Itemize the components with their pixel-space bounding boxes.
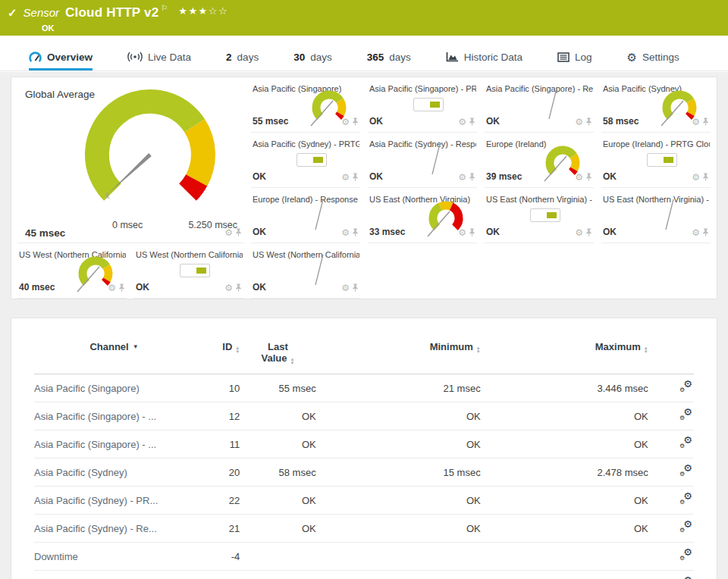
global-average-gauge: [71, 86, 230, 222]
table-row: Europe (Ireland)3039 msec16 msec1.009 ms…: [34, 571, 694, 579]
tab-365-days[interactable]: 365days: [367, 45, 411, 70]
gear-icon[interactable]: ⚙: [458, 117, 466, 127]
channel-tile: Europe (Ireland) - PRTG Cloud... OK ⚙: [601, 133, 711, 188]
edit-channel-gears-icon[interactable]: ⚙⚙: [679, 521, 692, 533]
live-data-icon: [127, 52, 143, 62]
gear-icon[interactable]: ⚙: [224, 283, 233, 293]
channel-tile: Asia Pacific (Sydney) - PRTG ... OK ⚙: [251, 133, 360, 188]
pin-icon[interactable]: [469, 115, 475, 129]
log-icon: [557, 52, 570, 62]
pin-icon[interactable]: [352, 171, 359, 184]
pin-icon[interactable]: [352, 226, 359, 239]
pin-icon[interactable]: [702, 115, 709, 129]
channel-tile: Asia Pacific (Singapore) - PR... OK ⚙: [368, 77, 477, 133]
channel-tile: US West (Northern California) 40 msec ⚙: [17, 243, 127, 299]
needle-indicator: [312, 253, 327, 290]
tab-label: days: [310, 52, 332, 63]
column-header-maximum[interactable]: Maximum▲▼: [481, 341, 648, 374]
tab-label: Live Data: [148, 52, 191, 63]
pin-icon[interactable]: [585, 171, 592, 184]
channel-tile-title: Europe (Ireland) - Response C...: [253, 195, 359, 204]
pin-icon[interactable]: [702, 171, 709, 184]
minimum-value: 21 msec: [316, 374, 481, 402]
edit-channel-gears-icon[interactable]: ⚙⚙: [679, 437, 692, 449]
minimum-value: OK: [316, 487, 481, 515]
tab-30-days[interactable]: 30days: [293, 45, 332, 70]
gear-icon[interactable]: ⚙: [575, 117, 583, 127]
table-row: Asia Pacific (Singapore)1055 msec21 msec…: [34, 374, 694, 402]
gear-icon[interactable]: ⚙: [692, 173, 700, 182]
column-header-last-value[interactable]: LastValue▲▼: [240, 341, 315, 374]
column-header-minimum[interactable]: Minimum▲▼: [316, 341, 481, 374]
edit-channel-cell: ⚙⚙: [648, 430, 694, 459]
maximum-value: [481, 543, 648, 571]
pin-icon[interactable]: [118, 281, 125, 295]
edit-channel-gears-icon[interactable]: ⚙⚙: [679, 549, 692, 561]
column-header-id[interactable]: ID▲▼: [194, 341, 240, 374]
channel-tile-value: OK: [253, 282, 266, 293]
channel-tile: US East (Northern Virginia) - ... OK ⚙: [601, 188, 711, 243]
column-header-edit: [648, 341, 694, 374]
gear-icon[interactable]: ⚙: [575, 173, 583, 182]
gear-icon[interactable]: ⚙: [341, 283, 350, 293]
pin-icon[interactable]: [585, 226, 592, 239]
edit-channel-gears-icon[interactable]: ⚙⚙: [679, 493, 692, 505]
tab-2-days[interactable]: 2days: [226, 45, 259, 70]
table-row: Asia Pacific (Sydney) - Re...21OKOKOK⚙⚙: [34, 515, 694, 543]
maximum-value: OK: [481, 487, 648, 515]
main-content: Global Average x̄ 0 msec 5.250 msec 45 m…: [0, 72, 728, 579]
maximum-value: 1.009 msec: [481, 571, 648, 579]
tab-live-data[interactable]: Live Data: [127, 45, 191, 70]
tab-log[interactable]: Log: [557, 45, 592, 70]
tab-historic-data[interactable]: Historic Data: [446, 45, 522, 70]
gear-icon[interactable]: ⚙: [341, 117, 350, 127]
minimum-value: OK: [316, 402, 481, 430]
minimum-value: [316, 543, 481, 571]
gear-icon[interactable]: ⚙: [458, 173, 466, 182]
channel-id: 22: [194, 487, 240, 515]
channel-name: Asia Pacific (Singapore) - ...: [34, 402, 194, 430]
edit-channel-gears-icon[interactable]: ⚙⚙: [679, 409, 692, 421]
channel-tile-value: OK: [369, 116, 383, 127]
pin-icon[interactable]: [352, 115, 359, 129]
priority-stars[interactable]: ★★★☆☆: [178, 5, 228, 17]
channel-tile-value: 58 msec: [603, 116, 639, 127]
channel-name: Asia Pacific (Sydney) - Re...: [34, 515, 194, 543]
toggle-indicator: [297, 153, 327, 167]
pin-icon[interactable]: [469, 171, 475, 184]
last-value: 55 msec: [240, 374, 315, 402]
tab-overview[interactable]: Overview: [29, 45, 93, 70]
column-header-channel[interactable]: Channel▼: [34, 341, 194, 374]
gear-icon[interactable]: ⚙: [108, 283, 116, 293]
needle-indicator: [545, 87, 560, 124]
minimum-value: 16 msec: [316, 571, 481, 579]
pin-icon[interactable]: [235, 281, 242, 295]
gauge-needle: [108, 153, 151, 194]
sensor-header: ✓ Sensor Cloud HTTP v2 ⚐ ★★★☆☆ OK: [0, 0, 728, 36]
pin-icon[interactable]: [702, 226, 709, 239]
pin-icon[interactable]: [235, 226, 242, 239]
gear-icon[interactable]: ⚙: [224, 228, 233, 237]
pin-icon[interactable]: [585, 115, 592, 129]
table-row: Asia Pacific (Singapore) - ...12OKOKOK⚙⚙: [34, 402, 694, 430]
channel-tile-title: US East (Northern Virginia) - ...: [486, 195, 593, 204]
average-marker: x̄: [105, 191, 110, 200]
channel-tile: US East (Northern Virginia) 33 msec ⚙: [368, 188, 477, 243]
channel-id: 30: [194, 571, 240, 579]
gear-icon[interactable]: ⚙: [341, 228, 350, 237]
gear-icon[interactable]: ⚙: [458, 228, 466, 237]
edit-channel-gears-icon[interactable]: ⚙⚙: [679, 465, 692, 477]
minimum-value: OK: [316, 515, 481, 543]
edit-channel-cell: ⚙⚙: [648, 402, 694, 430]
gear-icon[interactable]: ⚙: [692, 228, 700, 237]
gear-icon[interactable]: ⚙: [575, 228, 583, 237]
pin-icon[interactable]: [469, 226, 475, 239]
edit-channel-gears-icon[interactable]: ⚙⚙: [679, 381, 692, 393]
table-row: Downtime-4⚙⚙: [34, 543, 694, 571]
gear-icon[interactable]: ⚙: [341, 173, 350, 182]
sort-desc-icon: ▼: [133, 343, 139, 350]
tab-settings[interactable]: ⚙Settings: [627, 45, 679, 70]
pin-icon[interactable]: [352, 281, 359, 295]
gear-icon[interactable]: ⚙: [692, 117, 700, 127]
maximum-value: OK: [481, 430, 648, 459]
